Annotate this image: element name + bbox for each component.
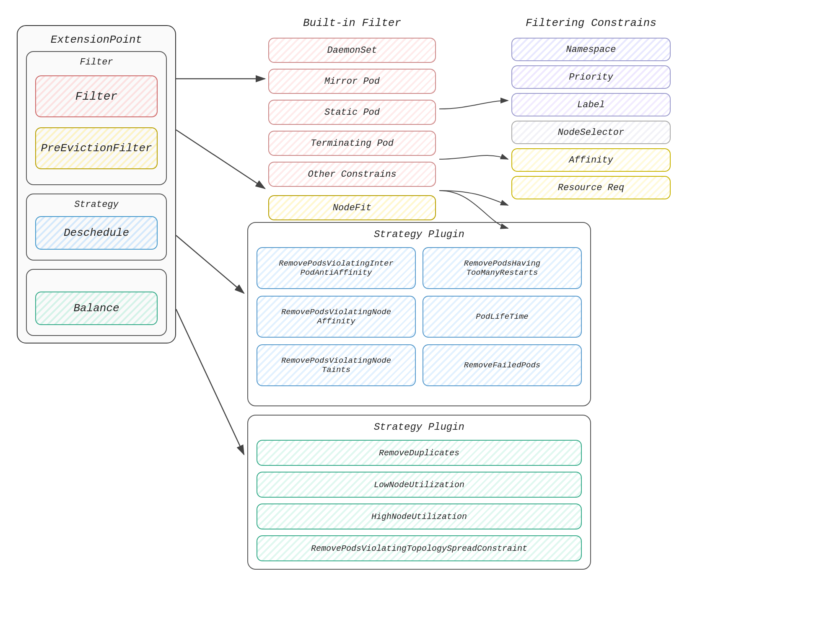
balance-group: Balance [26, 269, 167, 336]
sp-remove-failed-pods: RemoveFailedPods [423, 344, 582, 386]
fc-nodeselector: NodeSelector [511, 121, 671, 144]
filtering-constrains-column: Namespace Priority Label NodeSelector Af… [511, 38, 671, 199]
svg-line-4 [176, 309, 244, 454]
strategy-group: Strategy Deschedule [26, 194, 167, 261]
sp2-low-node-util: LowNodeUtilization [257, 472, 582, 498]
strategy-plugin-green-box: Strategy Plugin RemoveDuplicates LowNode… [247, 415, 591, 570]
deschedule-button[interactable]: Deschedule [35, 216, 158, 250]
filter-group: Filter Filter PreEvictionFilter [26, 51, 167, 185]
strategy-plugin-green-col: RemoveDuplicates LowNodeUtilization High… [257, 440, 582, 561]
sp2-high-node-util: HighNodeUtilization [257, 503, 582, 529]
extension-point-box: ExtensionPoint Filter Filter PreEviction… [17, 25, 176, 343]
builtin-daemonset: DaemonSet [268, 38, 436, 63]
builtin-static-pod: Static Pod [268, 100, 436, 125]
pre-eviction-filter-button[interactable]: PreEvictionFilter [35, 127, 158, 169]
sp2-remove-duplicates: RemoveDuplicates [257, 440, 582, 466]
sp2-topology-spread: RemovePodsViolatingTopologySpreadConstra… [257, 535, 582, 561]
strategy-plugin-blue-title: Strategy Plugin [248, 229, 590, 240]
filter-button[interactable]: Filter [35, 75, 158, 117]
fc-priority: Priority [511, 65, 671, 89]
builtin-terminating-pod: Terminating Pod [268, 131, 436, 156]
svg-line-2 [176, 130, 265, 188]
fc-namespace: Namespace [511, 38, 671, 61]
builtin-filter-column: DaemonSet Mirror Pod Static Pod Terminat… [268, 38, 436, 220]
builtin-other-constrains: Other Constrains [268, 162, 436, 187]
sp-remove-inter-pod-affinity: RemovePodsViolatingInterPodAntiAffinity [257, 247, 416, 289]
extension-point-title: ExtensionPoint [18, 34, 175, 46]
sp-pod-lifetime: PodLifeTime [423, 296, 582, 338]
filter-group-label: Filter [27, 57, 166, 67]
sp-remove-node-taints: RemovePodsViolatingNodeTaints [257, 344, 416, 386]
fc-resourcereq: Resource Req [511, 176, 671, 199]
filtering-constrains-title: Filtering Constrains [511, 17, 671, 29]
builtin-mirror-pod: Mirror Pod [268, 69, 436, 94]
strategy-plugin-blue-box: Strategy Plugin RemovePodsViolatingInter… [247, 222, 591, 406]
svg-line-3 [176, 235, 244, 293]
sp-remove-node-affinity: RemovePodsViolatingNodeAffinity [257, 296, 416, 338]
builtin-nodefit: NodeFit [268, 195, 436, 220]
builtin-filter-title: Built-in Filter [268, 17, 436, 29]
strategy-plugin-blue-grid: RemovePodsViolatingInterPodAntiAffinity … [257, 247, 582, 386]
strategy-group-label: Strategy [27, 199, 166, 210]
diagram: ExtensionPoint Filter Filter PreEviction… [0, 0, 840, 630]
strategy-plugin-green-title: Strategy Plugin [248, 421, 590, 433]
fc-label: Label [511, 93, 671, 116]
balance-button[interactable]: Balance [35, 292, 158, 325]
fc-affinity: Affinity [511, 148, 671, 172]
sp-remove-too-many-restarts: RemovePodsHavingTooManyRestarts [423, 247, 582, 289]
